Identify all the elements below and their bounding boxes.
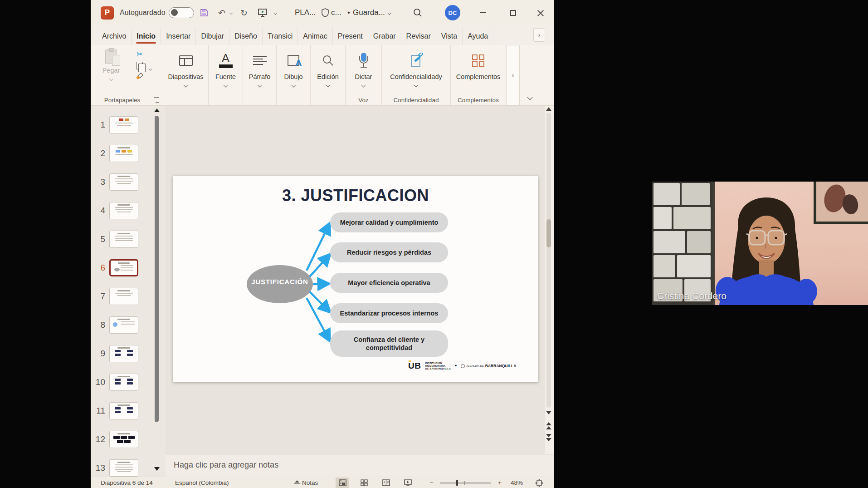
quick-access-dropdown-icon[interactable] bbox=[274, 11, 278, 15]
slide-thumbnail-13[interactable] bbox=[109, 459, 138, 477]
zoom-out-button[interactable]: − bbox=[430, 477, 434, 488]
notes-toggle[interactable]: Notas bbox=[294, 477, 318, 488]
next-slide-button[interactable] bbox=[546, 434, 551, 442]
previous-slide-button[interactable] bbox=[546, 422, 551, 430]
tab-presentacion[interactable]: Present bbox=[333, 28, 368, 45]
undo-dropdown-icon[interactable] bbox=[229, 11, 233, 14]
zoom-level[interactable]: 48% bbox=[511, 477, 523, 488]
autosave-toggle[interactable] bbox=[169, 7, 194, 18]
sensitivity-ribbon-label: Confidencialidady bbox=[390, 73, 442, 80]
start-presentation-icon[interactable] bbox=[258, 0, 268, 25]
paragraph-button[interactable]: Párrafo bbox=[243, 49, 276, 87]
drawing-group: A Dibujo bbox=[277, 45, 311, 105]
canvas-scroll-down-icon[interactable] bbox=[546, 411, 551, 414]
format-painter-button[interactable] bbox=[136, 72, 144, 80]
slide-thumbnail-1[interactable] bbox=[109, 116, 138, 133]
thumbnails-scrollbar[interactable] bbox=[155, 116, 159, 422]
sensitivity-button[interactable]: Confidencialidady bbox=[382, 49, 450, 87]
notes-pane[interactable]: Haga clic para agregar notas bbox=[166, 454, 554, 477]
slide-thumbnail-8[interactable] bbox=[109, 316, 138, 334]
slide-thumbnail-7[interactable] bbox=[109, 288, 138, 305]
copy-dropdown-icon[interactable] bbox=[149, 67, 152, 71]
search-button[interactable] bbox=[413, 0, 423, 25]
benefit-pill-2[interactable]: Reducir riesgos y pérdidas bbox=[330, 242, 448, 262]
slide-thumbnail-10[interactable] bbox=[109, 374, 138, 391]
slideshow-view-button[interactable] bbox=[401, 478, 414, 488]
tab-transiciones[interactable]: Transici bbox=[263, 28, 298, 45]
slideshow-icon bbox=[404, 479, 412, 486]
slide-thumbnail-2[interactable] bbox=[109, 145, 138, 162]
font-button[interactable]: A Fuente bbox=[209, 49, 243, 87]
account-avatar[interactable]: DC bbox=[445, 5, 460, 20]
benefit-pill-1[interactable]: Mejorar calidad y cumplimiento bbox=[330, 212, 448, 232]
sensitivity-shield[interactable]: c... bbox=[321, 0, 341, 25]
slide-sorter-view-button[interactable] bbox=[357, 478, 371, 488]
slide-thumbnail-3[interactable] bbox=[109, 173, 138, 191]
more-tabs-button[interactable]: › bbox=[533, 28, 545, 42]
slide-thumbnail-4[interactable] bbox=[109, 202, 138, 219]
tab-dibujar[interactable]: Dibujar bbox=[196, 28, 229, 45]
slide-thumbnail-9[interactable] bbox=[109, 345, 138, 362]
redo-button[interactable]: ↻ bbox=[240, 0, 248, 25]
slide-thumbnail-6-selected[interactable] bbox=[109, 259, 138, 276]
benefit-pill-4[interactable]: Estandarizar procesos internos bbox=[330, 303, 448, 323]
canvas-scrollbar-track[interactable] bbox=[546, 113, 551, 408]
thumbnails-scroll-down-icon[interactable] bbox=[154, 467, 160, 471]
save-status[interactable]: • Guarda... bbox=[347, 0, 385, 25]
tab-animaciones[interactable]: Animac bbox=[298, 28, 332, 45]
undo-button[interactable]: ↶ bbox=[218, 0, 225, 25]
zoom-in-button[interactable]: + bbox=[498, 477, 502, 488]
tab-ayuda[interactable]: Ayuda bbox=[463, 28, 493, 45]
canvas-scrollbar-thumb[interactable] bbox=[546, 219, 551, 247]
minimize-button[interactable] bbox=[473, 0, 493, 25]
alcaldia-logo: ALCALDÍA DE BARRANQUILLA bbox=[461, 364, 516, 368]
close-button[interactable] bbox=[530, 0, 551, 25]
tab-revisar[interactable]: Revisar bbox=[401, 28, 436, 45]
canvas-scroll-up-icon[interactable] bbox=[546, 107, 551, 111]
maximize-icon bbox=[510, 10, 516, 16]
paragraph-label: Párrafo bbox=[249, 73, 271, 80]
collapse-ribbon-button[interactable] bbox=[520, 45, 540, 105]
tab-vista[interactable]: Vista bbox=[436, 28, 463, 45]
tab-diseno[interactable]: Diseño bbox=[229, 28, 263, 45]
slide-thumbnail-11[interactable] bbox=[109, 402, 138, 419]
hub-label[interactable]: JUSTIFICACIÓN bbox=[247, 278, 313, 286]
tab-grabar[interactable]: Grabar bbox=[368, 28, 401, 45]
slide-thumbnail-5[interactable] bbox=[109, 231, 138, 248]
addins-button[interactable]: Complementos bbox=[451, 49, 506, 80]
slide-sorter-icon bbox=[361, 479, 368, 486]
tab-insertar[interactable]: Insertar bbox=[161, 28, 196, 45]
save-icon[interactable] bbox=[200, 0, 209, 25]
title-dropdown-icon[interactable] bbox=[387, 11, 391, 15]
tab-inicio[interactable]: Inicio bbox=[132, 28, 161, 45]
benefit-pill-5[interactable]: Confianza del cliente y competitividad bbox=[330, 330, 448, 357]
zoom-slider-thumb[interactable] bbox=[456, 480, 458, 486]
thumbnails-scroll-up-icon[interactable] bbox=[154, 108, 160, 112]
slide-canvas[interactable]: 3. JUSTIFICACION JUSTIFICACIÓN Mejorar c… bbox=[173, 176, 538, 382]
normal-view-button[interactable] bbox=[336, 478, 349, 488]
editing-dropdown-icon bbox=[326, 83, 330, 88]
font-dropdown-icon bbox=[224, 83, 228, 88]
tab-archivo[interactable]: Archivo bbox=[97, 28, 132, 45]
editing-button[interactable]: Edición bbox=[311, 49, 345, 87]
slide-thumbnail-12[interactable] bbox=[109, 431, 138, 448]
participant-video-tile: Cristina Cordero bbox=[652, 182, 868, 305]
slide-number-9: 9 bbox=[91, 349, 105, 359]
slides-button[interactable]: Diapositivas bbox=[163, 49, 208, 87]
paste-button[interactable]: Pegar bbox=[98, 49, 124, 80]
benefit-pill-3[interactable]: Mayor eficiencia operativa bbox=[330, 273, 448, 293]
reading-view-button[interactable] bbox=[379, 478, 393, 488]
slide-number-13: 13 bbox=[91, 463, 105, 473]
slide-number-11: 11 bbox=[91, 406, 105, 416]
drawing-button[interactable]: A Dibujo bbox=[277, 49, 310, 87]
maximize-button[interactable] bbox=[502, 0, 523, 25]
notes-placeholder[interactable]: Haga clic para agregar notas bbox=[174, 460, 278, 470]
copy-button[interactable] bbox=[137, 62, 143, 69]
dictate-button[interactable]: Dictar bbox=[346, 49, 381, 87]
zoom-slider-track[interactable] bbox=[440, 483, 491, 483]
fit-to-window-button[interactable] bbox=[535, 477, 543, 488]
cut-button[interactable]: ✂ bbox=[137, 49, 143, 59]
language-status[interactable]: Español (Colombia) bbox=[175, 477, 229, 488]
ribbon-more-button[interactable]: › bbox=[506, 45, 520, 105]
powerpoint-app-icon[interactable]: P bbox=[101, 0, 114, 25]
